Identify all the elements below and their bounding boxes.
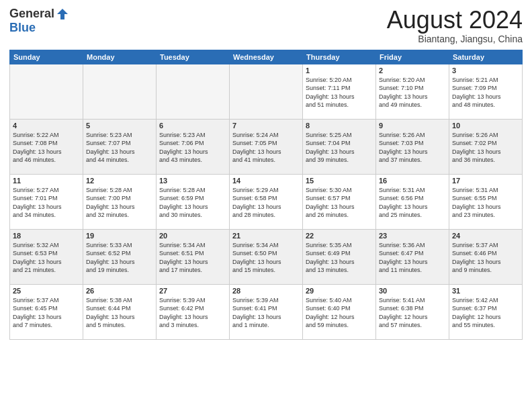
day-info: Sunrise: 5:20 AM Sunset: 7:10 PM Dayligh… — [379, 76, 446, 109]
logo: General Blue — [9, 7, 69, 35]
table-row: 28Sunrise: 5:39 AM Sunset: 6:41 PM Dayli… — [230, 284, 303, 339]
day-number: 4 — [13, 122, 80, 130]
table-row: 20Sunrise: 5:34 AM Sunset: 6:51 PM Dayli… — [157, 229, 230, 284]
table-row: 23Sunrise: 5:36 AM Sunset: 6:47 PM Dayli… — [376, 229, 449, 284]
logo-blue: Blue — [9, 21, 36, 35]
table-row: 15Sunrise: 5:30 AM Sunset: 6:57 PM Dayli… — [303, 174, 376, 229]
day-info: Sunrise: 5:20 AM Sunset: 7:11 PM Dayligh… — [306, 76, 373, 109]
weekday-header-row: Sunday Monday Tuesday Wednesday Thursday… — [10, 50, 523, 64]
calendar-week-row: 11Sunrise: 5:27 AM Sunset: 7:01 PM Dayli… — [10, 174, 523, 229]
day-info: Sunrise: 5:27 AM Sunset: 7:01 PM Dayligh… — [13, 186, 80, 220]
table-row: 9Sunrise: 5:26 AM Sunset: 7:03 PM Daylig… — [376, 119, 449, 174]
day-info: Sunrise: 5:39 AM Sunset: 6:42 PM Dayligh… — [159, 296, 226, 330]
day-number: 16 — [379, 177, 446, 185]
day-number: 24 — [452, 232, 519, 240]
page-header: General Blue August 2024 Biantang, Jiang… — [9, 7, 523, 44]
day-number: 28 — [232, 287, 300, 295]
day-number: 5 — [86, 122, 153, 130]
day-number: 25 — [13, 287, 80, 295]
day-number: 21 — [232, 232, 300, 240]
day-info: Sunrise: 5:42 AM Sunset: 6:37 PM Dayligh… — [452, 296, 519, 330]
day-info: Sunrise: 5:26 AM Sunset: 7:02 PM Dayligh… — [452, 131, 519, 165]
day-info: Sunrise: 5:32 AM Sunset: 6:53 PM Dayligh… — [13, 241, 80, 275]
day-info: Sunrise: 5:36 AM Sunset: 6:47 PM Dayligh… — [379, 241, 446, 275]
day-number: 13 — [159, 177, 226, 185]
header-monday: Monday — [83, 50, 157, 64]
table-row: 25Sunrise: 5:37 AM Sunset: 6:45 PM Dayli… — [10, 284, 83, 339]
table-row: 5Sunrise: 5:23 AM Sunset: 7:07 PM Daylig… — [83, 119, 157, 174]
header-tuesday: Tuesday — [157, 50, 230, 64]
table-row: 24Sunrise: 5:37 AM Sunset: 6:46 PM Dayli… — [449, 229, 523, 284]
table-row: 7Sunrise: 5:24 AM Sunset: 7:05 PM Daylig… — [230, 119, 303, 174]
day-number: 14 — [232, 177, 300, 185]
table-row: 22Sunrise: 5:35 AM Sunset: 6:49 PM Dayli… — [303, 229, 376, 284]
table-row: 10Sunrise: 5:26 AM Sunset: 7:02 PM Dayli… — [449, 119, 523, 174]
day-info: Sunrise: 5:29 AM Sunset: 6:58 PM Dayligh… — [232, 186, 300, 220]
header-wednesday: Wednesday — [230, 50, 303, 64]
day-number: 31 — [452, 287, 519, 295]
day-number: 27 — [159, 287, 226, 295]
location-subtitle: Biantang, Jiangsu, China — [387, 34, 523, 44]
table-row: 14Sunrise: 5:29 AM Sunset: 6:58 PM Dayli… — [230, 174, 303, 229]
day-info: Sunrise: 5:37 AM Sunset: 6:46 PM Dayligh… — [452, 241, 519, 275]
day-info: Sunrise: 5:31 AM Sunset: 6:56 PM Dayligh… — [379, 186, 446, 220]
day-info: Sunrise: 5:40 AM Sunset: 6:40 PM Dayligh… — [306, 296, 373, 330]
table-row: 12Sunrise: 5:28 AM Sunset: 7:00 PM Dayli… — [83, 174, 157, 229]
day-number: 8 — [306, 122, 373, 130]
table-row: 21Sunrise: 5:34 AM Sunset: 6:50 PM Dayli… — [230, 229, 303, 284]
table-row: 11Sunrise: 5:27 AM Sunset: 7:01 PM Dayli… — [10, 174, 83, 229]
table-row — [230, 64, 303, 119]
day-info: Sunrise: 5:26 AM Sunset: 7:03 PM Dayligh… — [379, 131, 446, 165]
logo-icon — [56, 7, 69, 21]
day-info: Sunrise: 5:34 AM Sunset: 6:50 PM Dayligh… — [232, 241, 300, 275]
day-info: Sunrise: 5:23 AM Sunset: 7:06 PM Dayligh… — [159, 131, 226, 165]
day-info: Sunrise: 5:28 AM Sunset: 7:00 PM Dayligh… — [86, 186, 153, 220]
day-number: 11 — [13, 177, 80, 185]
day-number: 26 — [86, 287, 153, 295]
day-info: Sunrise: 5:23 AM Sunset: 7:07 PM Dayligh… — [86, 131, 153, 165]
calendar-week-row: 25Sunrise: 5:37 AM Sunset: 6:45 PM Dayli… — [10, 284, 523, 339]
table-row: 16Sunrise: 5:31 AM Sunset: 6:56 PM Dayli… — [376, 174, 449, 229]
day-info: Sunrise: 5:41 AM Sunset: 6:38 PM Dayligh… — [379, 296, 446, 330]
header-friday: Friday — [376, 50, 449, 64]
table-row: 1Sunrise: 5:20 AM Sunset: 7:11 PM Daylig… — [303, 64, 376, 119]
day-number: 18 — [13, 232, 80, 240]
table-row: 17Sunrise: 5:31 AM Sunset: 6:55 PM Dayli… — [449, 174, 523, 229]
month-title: August 2024 — [387, 7, 523, 34]
calendar-week-row: 18Sunrise: 5:32 AM Sunset: 6:53 PM Dayli… — [10, 229, 523, 284]
header-saturday: Saturday — [449, 50, 523, 64]
day-info: Sunrise: 5:21 AM Sunset: 7:09 PM Dayligh… — [452, 76, 519, 109]
table-row: 26Sunrise: 5:38 AM Sunset: 6:44 PM Dayli… — [83, 284, 157, 339]
day-number: 9 — [379, 122, 446, 130]
day-info: Sunrise: 5:30 AM Sunset: 6:57 PM Dayligh… — [306, 186, 373, 220]
table-row: 2Sunrise: 5:20 AM Sunset: 7:10 PM Daylig… — [376, 64, 449, 119]
table-row — [157, 64, 230, 119]
day-number: 23 — [379, 232, 446, 240]
table-row: 3Sunrise: 5:21 AM Sunset: 7:09 PM Daylig… — [449, 64, 523, 119]
calendar-page: General Blue August 2024 Biantang, Jiang… — [0, 0, 532, 411]
day-number: 20 — [159, 232, 226, 240]
header-thursday: Thursday — [303, 50, 376, 64]
svg-marker-0 — [57, 9, 68, 19]
day-info: Sunrise: 5:24 AM Sunset: 7:05 PM Dayligh… — [232, 131, 300, 165]
day-info: Sunrise: 5:37 AM Sunset: 6:45 PM Dayligh… — [13, 296, 80, 330]
day-number: 10 — [452, 122, 519, 130]
table-row: 29Sunrise: 5:40 AM Sunset: 6:40 PM Dayli… — [303, 284, 376, 339]
table-row — [10, 64, 83, 119]
table-row: 31Sunrise: 5:42 AM Sunset: 6:37 PM Dayli… — [449, 284, 523, 339]
day-number: 22 — [306, 232, 373, 240]
day-number: 17 — [452, 177, 519, 185]
day-number: 29 — [306, 287, 373, 295]
day-number: 19 — [86, 232, 153, 240]
calendar-table: Sunday Monday Tuesday Wednesday Thursday… — [9, 50, 523, 340]
day-info: Sunrise: 5:34 AM Sunset: 6:51 PM Dayligh… — [159, 241, 226, 275]
title-block: August 2024 Biantang, Jiangsu, China — [387, 7, 523, 44]
day-number: 6 — [159, 122, 226, 130]
day-number: 3 — [452, 66, 519, 75]
day-info: Sunrise: 5:33 AM Sunset: 6:52 PM Dayligh… — [86, 241, 153, 275]
table-row: 6Sunrise: 5:23 AM Sunset: 7:06 PM Daylig… — [157, 119, 230, 174]
day-info: Sunrise: 5:38 AM Sunset: 6:44 PM Dayligh… — [86, 296, 153, 330]
calendar-week-row: 4Sunrise: 5:22 AM Sunset: 7:08 PM Daylig… — [10, 119, 523, 174]
day-info: Sunrise: 5:39 AM Sunset: 6:41 PM Dayligh… — [232, 296, 300, 330]
day-number: 2 — [379, 66, 446, 75]
